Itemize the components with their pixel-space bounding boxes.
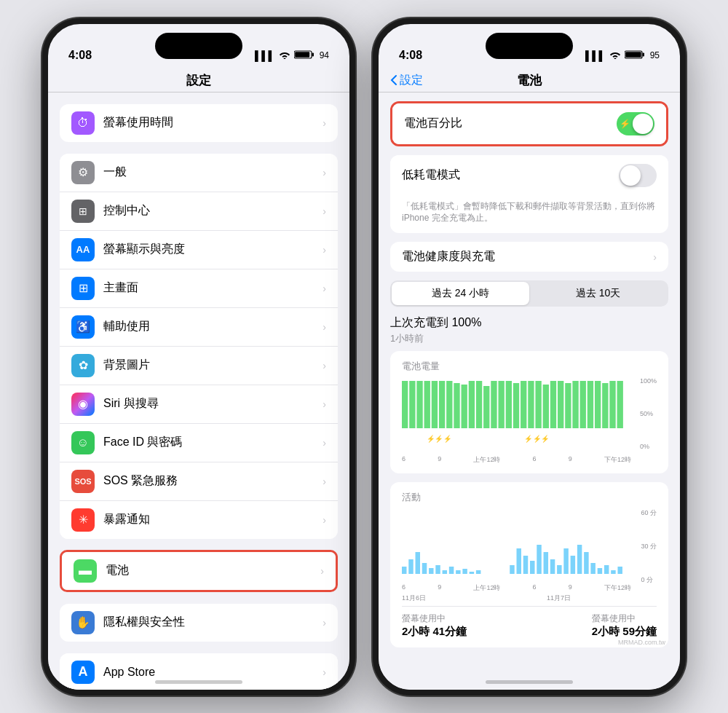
svg-rect-11 xyxy=(424,381,430,428)
list-item-control-center[interactable]: ⊞ 控制中心 › xyxy=(60,192,338,231)
screen-standby-label: 螢幕使用中 xyxy=(592,612,657,625)
svg-rect-32 xyxy=(580,381,586,428)
screen-on-item: 螢幕使用中 2小時 41分鐘 xyxy=(402,612,467,639)
svg-rect-18 xyxy=(476,381,482,428)
last-charge-title: 上次充電到 100% xyxy=(390,315,668,331)
svg-rect-12 xyxy=(432,381,438,428)
svg-rect-29 xyxy=(558,381,563,428)
siri-icon: ◉ xyxy=(71,393,95,416)
svg-rect-55 xyxy=(530,561,534,574)
control-center-icon: ⊞ xyxy=(71,200,95,223)
settings-list: ⏱ 螢幕使用時間 › ⚙ 一般 › xyxy=(48,92,349,690)
toggle-knob xyxy=(633,114,653,134)
svg-rect-14 xyxy=(446,381,452,428)
list-item-battery[interactable]: ▬ 電池 › xyxy=(62,552,336,590)
svg-rect-23 xyxy=(513,383,519,428)
tab-10days[interactable]: 過去 10天 xyxy=(529,282,667,305)
svg-rect-34 xyxy=(595,381,601,428)
list-item-appstore[interactable]: A App Store › xyxy=(60,653,338,690)
activity-y-labels: 60 分 30 分 0 分 xyxy=(641,508,657,585)
svg-rect-51 xyxy=(476,570,480,574)
list-item-faceid[interactable]: ☺ Face ID 與密碼 › xyxy=(60,424,338,462)
svg-rect-21 xyxy=(498,381,504,428)
battery-percentage-toggle[interactable]: ⚡ xyxy=(617,112,654,135)
last-charge: 上次充電到 100% 1小時前 xyxy=(390,315,668,345)
svg-rect-54 xyxy=(523,556,528,574)
battery-health-item[interactable]: 電池健康度與充電 › xyxy=(390,242,668,272)
svg-rect-50 xyxy=(470,572,474,574)
svg-rect-58 xyxy=(550,559,555,574)
list-item-general[interactable]: ⚙ 一般 › xyxy=(60,154,338,192)
low-power-desc: 「低耗電模式」會暫時降低下載和郵件擷取等背景活動，直到你將 iPhone 完全充… xyxy=(390,196,668,234)
svg-rect-41 xyxy=(408,559,413,574)
status-icons-left: ▌▌▌ 94 xyxy=(255,50,329,62)
list-item-privacy[interactable]: ✋ 隱私權與安全性 › xyxy=(60,604,338,642)
low-power-toggle[interactable] xyxy=(619,164,657,187)
svg-rect-53 xyxy=(517,548,521,574)
time-selector: 過去 24 小時 過去 10天 xyxy=(390,280,668,307)
svg-point-4 xyxy=(614,58,616,59)
screen-on-label: 螢幕使用中 xyxy=(402,612,467,625)
section-privacy: ✋ 隱私權與安全性 › xyxy=(60,604,338,642)
low-power-row: 低耗電模式 xyxy=(390,155,668,196)
phone-content-left: 設定 ⏱ 螢幕使用時間 › xyxy=(48,66,349,690)
nav-back-button[interactable]: 設定 xyxy=(390,73,423,88)
exposure-icon: ✳ xyxy=(71,508,95,532)
section-appstore: A App Store › ▣ 錢包與 Apple Pay › xyxy=(60,653,338,690)
dynamic-island-right xyxy=(486,33,573,59)
svg-rect-16 xyxy=(462,385,467,428)
list-item-accessibility[interactable]: ♿ 輔助使用 › xyxy=(60,308,338,347)
list-item-display[interactable]: AA 螢幕顯示與亮度 › xyxy=(60,231,338,269)
battery-number-right: 95 xyxy=(650,50,660,60)
svg-rect-37 xyxy=(617,381,623,428)
svg-rect-2 xyxy=(312,52,314,56)
list-item-screen-time[interactable]: ⏱ 螢幕使用時間 › xyxy=(60,104,338,142)
battery-percentage-row: 電池百分比 ⚡ xyxy=(392,103,666,144)
list-item-exposure[interactable]: ✳ 暴露通知 › xyxy=(60,501,338,539)
section-screen-time: ⏱ 螢幕使用時間 › xyxy=(60,104,338,142)
wallpaper-icon: ✿ xyxy=(71,354,95,377)
display-icon: AA xyxy=(71,238,95,261)
svg-rect-6 xyxy=(642,52,644,56)
svg-rect-8 xyxy=(402,381,408,428)
y-label-50: 50% xyxy=(640,410,657,417)
svg-text:⚡⚡⚡: ⚡⚡⚡ xyxy=(427,435,453,444)
list-item-home[interactable]: ⊞ 主畫面 › xyxy=(60,269,338,308)
list-item-wallpaper[interactable]: ✿ 背景圖片 › xyxy=(60,347,338,385)
battery-chart-container: ⚡⚡⚡ ⚡⚡⚡ 100% 50% 0% 6 9 xyxy=(402,377,657,465)
svg-rect-52 xyxy=(510,565,514,574)
svg-rect-43 xyxy=(422,563,427,574)
list-item-siri[interactable]: ◉ Siri 與搜尋 › xyxy=(60,385,338,424)
svg-point-0 xyxy=(283,58,285,59)
svg-rect-63 xyxy=(584,552,588,574)
svg-rect-10 xyxy=(416,381,422,428)
list-item-sos[interactable]: SOS SOS 緊急服務 › xyxy=(60,462,338,501)
battery-percentage-section: 電池百分比 ⚡ xyxy=(390,101,668,146)
battery-chart-section: 電池電量 xyxy=(390,351,668,473)
page-title-right: 電池 xyxy=(517,72,542,89)
svg-rect-7 xyxy=(625,52,641,58)
battery-chart-svg: ⚡⚡⚡ ⚡⚡⚡ xyxy=(402,377,631,446)
accessibility-icon: ♿ xyxy=(71,315,95,339)
svg-rect-35 xyxy=(602,383,608,428)
status-icons-right: ▌▌▌ 95 xyxy=(585,50,660,62)
svg-rect-36 xyxy=(609,381,615,428)
screen-on-value: 2小時 41分鐘 xyxy=(402,625,467,639)
battery-health-section: 電池健康度與充電 › xyxy=(390,242,668,272)
phone-right: 4:08 ▌▌▌ 95 xyxy=(373,18,686,696)
appstore-label: App Store xyxy=(103,666,314,679)
low-power-section: 低耗電模式 「低耗電模式」會暫時降低下載和郵件擷取等背景活動，直到你將 iPho… xyxy=(390,155,668,234)
nav-bar-left: 設定 xyxy=(48,66,349,92)
y-label-0: 0% xyxy=(640,443,657,450)
svg-rect-25 xyxy=(528,381,534,428)
home-icon: ⊞ xyxy=(71,277,95,300)
chevron-icon: › xyxy=(323,117,326,129)
tab-24hours[interactable]: 過去 24 小時 xyxy=(392,282,529,305)
battery-icon-right xyxy=(625,50,645,62)
battery-setting-label: 電池 xyxy=(106,563,312,578)
status-time-right: 4:08 xyxy=(399,49,422,62)
screen-standby-item: 螢幕使用中 2小時 59分鐘 xyxy=(592,612,657,639)
home-indicator-left xyxy=(155,680,242,684)
screen-standby-value: 2小時 59分鐘 xyxy=(592,625,657,639)
battery-highlighted-row[interactable]: ▬ 電池 › xyxy=(60,550,338,592)
